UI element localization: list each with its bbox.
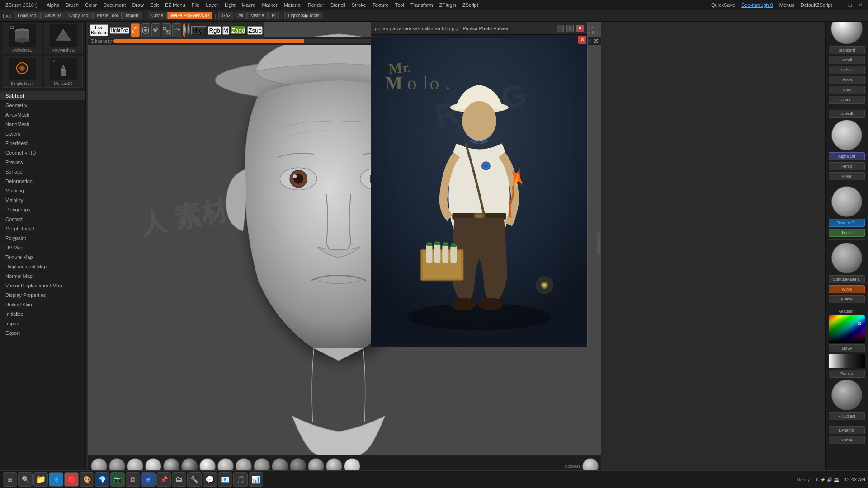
texture-sphere[interactable] [831, 186, 862, 217]
subtool-item-layers[interactable]: Layers [0, 129, 85, 139]
subtool-item-unifiedskin[interactable]: Unified Skin [0, 300, 85, 310]
visible-btn[interactable]: Visible [247, 12, 268, 19]
standard-btn[interactable]: Standard [829, 46, 865, 54]
taskbar-icon-8[interactable]: e [141, 472, 156, 487]
menu-stencil[interactable]: Stroke [349, 1, 369, 9]
search-taskbar-btn[interactable]: 🔍 [18, 472, 33, 487]
taskbar-icon-15[interactable]: 📊 [249, 472, 263, 487]
subtool-item-normalmap[interactable]: Normal Map [0, 272, 85, 281]
paste-tool-btn[interactable]: Paste Tool [93, 12, 122, 19]
color-picker-mini[interactable] [829, 315, 865, 343]
subtool-item-masking[interactable]: Masking [0, 186, 85, 196]
menu-file[interactable]: File [189, 1, 203, 9]
import-btn[interactable]: Import [122, 12, 142, 19]
mrgb-btn[interactable]: Mrgb [191, 26, 207, 35]
subtool-item-displayproperties[interactable]: Display Properties [0, 291, 85, 300]
scroll-btn[interactable]: Scroll [829, 56, 865, 64]
menu-ezmenu[interactable]: EZ Menu [162, 1, 188, 9]
alpha-sphere[interactable] [831, 120, 862, 150]
subtool-item-geometryhd[interactable]: Geometry HD [0, 148, 85, 158]
menu-stroke[interactable]: Texture [370, 1, 392, 9]
alpha-off-btn[interactable]: Alpha Off [829, 152, 865, 160]
taskbar-icon-3[interactable]: 🔴 [64, 472, 79, 487]
taskbar-icon-7[interactable]: 🖥 [126, 472, 140, 487]
subtool-item-deformation[interactable]: Deformation [0, 177, 85, 186]
subtool-item-contact[interactable]: Contact [0, 215, 85, 224]
subtool-item-initialize[interactable]: Initialize [0, 310, 85, 319]
lightbox-tools-btn[interactable]: Lightbox▶Tools [284, 12, 323, 19]
scale-btn[interactable] [162, 23, 171, 37]
subtool-item-import[interactable]: Import [0, 319, 85, 328]
zadd-btn[interactable]: Zadd [231, 26, 246, 35]
menu-render[interactable]: Stencil [328, 1, 348, 9]
subtool-item-visibility[interactable]: Visibility [0, 196, 85, 205]
taskbar-icon-13[interactable]: 📧 [218, 472, 232, 487]
taskbar-icon-11[interactable]: 🔧 [187, 472, 202, 487]
taskbar-icon-12[interactable]: 💬 [203, 472, 217, 487]
subtool-item-displacementmap[interactable]: Displacement Map [0, 262, 85, 272]
lightbox-btn[interactable]: LightBox [110, 27, 129, 34]
zoom-btn[interactable]: Zoom [829, 76, 865, 84]
menu-preferences[interactable]: Render [305, 1, 327, 9]
floor-btn[interactable]: Floor [829, 172, 865, 180]
fill-object-btn[interactable]: FillObject [829, 412, 865, 420]
move-btn-right[interactable]: Move [829, 344, 865, 352]
mesh-polymesh3d[interactable]: PolyMesh3D [44, 23, 83, 54]
mesh-cylinder3d[interactable]: 12 Cylinder3D [3, 23, 42, 54]
start-btn[interactable]: ⊞ [3, 472, 17, 487]
subtool-item-preview[interactable]: Preview [0, 158, 85, 167]
menu-tool[interactable]: Transform [408, 1, 436, 9]
taskbar-icon-2[interactable]: ⚙ [49, 472, 63, 487]
menu-brush[interactable]: Brush [63, 1, 81, 9]
dynamic-btn[interactable]: Dynamic [829, 426, 865, 434]
menu-zscript[interactable] [482, 4, 487, 6]
rgb-btn[interactable]: Rgb [208, 26, 221, 35]
menu-texture[interactable]: Tool [392, 1, 407, 9]
subtool-item-uvmap[interactable]: UV Map [0, 243, 85, 253]
menus-btn[interactable]: Menus [777, 1, 797, 9]
actual-btn[interactable]: Actual [829, 96, 865, 104]
mesh-simplebrush[interactable]: SimpleBrush [3, 56, 42, 88]
gradient-strip[interactable] [829, 354, 865, 368]
menu-document[interactable]: Document [100, 1, 128, 9]
local-btn[interactable]: Local [829, 229, 865, 237]
subtool-item-arraymesh[interactable]: ArrayMesh [0, 110, 85, 120]
menu-zplugin[interactable]: ZScript [460, 1, 481, 9]
menu-macro[interactable]: Macro [239, 1, 259, 9]
subtool-item-surface[interactable]: Surface [0, 167, 85, 177]
clone-btn[interactable]: Clone [148, 12, 167, 19]
draw-mode-btn[interactable] [141, 23, 150, 37]
photo-viewer-close-btn[interactable]: ✕ [576, 25, 584, 32]
texture-off-btn[interactable]: Texture Off [829, 219, 865, 227]
subtool-item-nanomesh[interactable]: NanoMesh [0, 120, 85, 129]
save-as-btn[interactable]: Save As [41, 12, 65, 19]
persp-btn[interactable]: Persp [829, 162, 865, 170]
taskbar-icon-9[interactable]: 📌 [156, 472, 171, 487]
aahalf-btn[interactable]: AAHalf [829, 110, 865, 118]
live-boolean-btn[interactable]: Live Boolean [90, 24, 108, 36]
active-material-sphere[interactable] [183, 23, 186, 37]
menu-layer[interactable]: Layer [203, 1, 221, 9]
photo-close-overlay-btn[interactable]: ✕ [578, 36, 586, 44]
taskbar-icon-6[interactable]: 📷 [110, 472, 125, 487]
viewport-scroll-handle[interactable] [597, 232, 600, 255]
taskbar-icon-5[interactable]: 💎 [95, 472, 109, 487]
make-polymesh-btn[interactable]: Make PolyMesh3D [167, 12, 212, 19]
menu-alpha[interactable]: Alpha [44, 1, 62, 9]
dots-btn[interactable]: Dots [829, 86, 865, 94]
subtool-item-morph-target[interactable]: Morph Target [0, 224, 85, 234]
menu-color[interactable]: Color [82, 1, 99, 9]
all-btn[interactable]: All [235, 12, 247, 19]
subtool-item-vectordisplacementmap[interactable]: Vector Displacement Map [0, 281, 85, 291]
subtool-item-export[interactable]: Export [0, 328, 85, 338]
close-btn[interactable]: ✕ [855, 2, 865, 8]
see-through-btn[interactable]: See-through 0 [739, 1, 776, 9]
menu-marker[interactable]: Marker [259, 1, 280, 9]
subtool-item-polypaint[interactable]: Polypaint [0, 234, 85, 243]
menu-material[interactable]: Material [281, 1, 304, 9]
subtool-item-texturemap[interactable]: Texture Map [0, 253, 85, 262]
fill-object-sphere[interactable] [831, 380, 862, 410]
m-btn[interactable]: M [222, 26, 229, 35]
taskbar-icon-10[interactable]: 🗂 [172, 472, 186, 487]
wvyz-btn[interactable]: Wvyz [829, 285, 865, 293]
